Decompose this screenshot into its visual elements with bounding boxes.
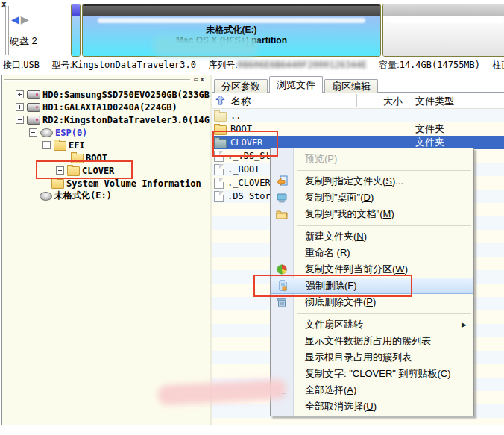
column-header-type[interactable]: 文件类型 — [415, 95, 454, 108]
tree-item-label: EFI — [69, 140, 85, 151]
tree-item-label: System Volume Information — [66, 178, 201, 189]
info-model: 型号:KingstonDataTraveler3.0 — [51, 60, 196, 70]
panel-pin-icon[interactable]: ▭ — [194, 75, 200, 83]
partition-block-small[interactable] — [71, 4, 81, 57]
partition-block-small-header — [72, 4, 80, 16]
diskgenius-window: x ◀▶ 硬盘 2 未格式化(E:) Mac OS X (HFS+) parti… — [0, 0, 504, 435]
hard-disk-icon — [27, 116, 40, 125]
prev-disk-arrow-icon[interactable]: ◀ — [11, 13, 21, 25]
tab-sector-edit[interactable]: 扇区编辑 — [324, 79, 378, 93]
annotation-box-file-clover — [212, 131, 278, 157]
tree-item-label: HD0:SamsungSSD750EVO250GB(233GB) — [42, 90, 210, 100]
info-serial: 序列号:08606E6B6440F2000126344E — [208, 60, 367, 70]
menu-item-copy-to-desktop[interactable]: 复制到"桌面"(D) — [271, 190, 473, 206]
menu-item-preview[interactable]: 预览(P) — [271, 151, 473, 167]
partition-block-main-header — [83, 4, 380, 16]
partition-block-free[interactable] — [382, 4, 504, 57]
documents-folder-icon — [276, 208, 288, 220]
current-disk-label: 硬盘 2 — [10, 34, 37, 48]
partition-name: 未格式化(E:) — [83, 25, 380, 35]
hard-disk-icon — [27, 90, 40, 99]
tree-item-label: HD1:GALAXTA1D0240A(224GB) — [42, 102, 177, 113]
file-icon — [214, 164, 224, 175]
tab-partition-params[interactable]: 分区参数 — [214, 79, 268, 93]
panel-close-icon[interactable]: x — [201, 75, 207, 83]
disk-info-bar: 接口:USB 型号:KingstonDataTraveler3.0 序列号:08… — [3, 59, 504, 72]
partition-block-small-body — [72, 16, 80, 56]
file-icon — [214, 191, 224, 202]
column-header-size[interactable]: 大小 — [356, 95, 403, 108]
censor-blur-partition — [153, 36, 259, 56]
file-type: 文件夹 — [415, 122, 444, 136]
tree-item-hd0[interactable]: HD0:SamsungSSD750EVO250GB(233GB) — [16, 88, 210, 101]
folder-icon — [54, 141, 66, 151]
next-disk-arrow-icon[interactable]: ▶ — [21, 13, 31, 25]
tree-item-efi[interactable]: EFI — [42, 139, 210, 151]
file-name: .DS_Store — [227, 191, 276, 201]
tree-item-label: RD2:KingstonDataTraveler3.0(14GB) — [42, 115, 210, 125]
file-list-header: 名称 大小 文件类型 — [212, 93, 504, 109]
menu-item-copy-text-to-clipboard[interactable]: 复制文字: "CLOVER" 到剪贴板(C) — [271, 366, 473, 382]
menu-separator — [271, 310, 473, 316]
menu-separator — [271, 167, 473, 173]
menu-item-new-folder[interactable]: 新建文件夹(N) — [271, 228, 473, 245]
hard-disk-icon — [27, 103, 40, 112]
expand-plus-icon[interactable] — [16, 103, 24, 111]
tab-browse-files[interactable]: 浏览文件 — [269, 76, 323, 93]
menu-item-show-root-cluster-list[interactable]: 显示根目录占用的簇列表 — [271, 349, 473, 366]
expand-minus-icon[interactable] — [29, 128, 37, 137]
info-interface: 接口:USB — [3, 60, 40, 70]
menu-item-file-sector-jump[interactable]: 文件扇区跳转 ▶ — [271, 316, 473, 333]
menu-item-deselect-all[interactable]: 全部取消选择(U) — [271, 398, 473, 415]
sort-ascending-icon — [215, 95, 225, 105]
file-name: ._CLOVER — [227, 178, 271, 188]
menu-item-copy-to-documents[interactable]: 复制到"我的文档"(M) — [271, 206, 473, 222]
column-header-name[interactable]: 名称 — [231, 95, 251, 108]
folder-up-icon — [214, 112, 227, 122]
tree-item-hd1[interactable]: HD1:GALAXTA1D0240A(224GB) — [16, 101, 210, 113]
toolbar-grip[interactable] — [5, 6, 9, 55]
menu-item-rename[interactable]: 重命名 (R) — [271, 245, 473, 261]
tree-item-label: 未格式化(E:) — [54, 190, 112, 202]
tree-item-unformatted[interactable]: 未格式化(E:) — [40, 190, 210, 202]
file-icon — [214, 178, 224, 189]
tree-item-esp[interactable]: ESP(0) — [29, 126, 210, 139]
shredder-icon — [276, 296, 288, 308]
menu-item-show-file-cluster-list[interactable]: 显示文件数据所占用的簇列表 — [271, 333, 473, 349]
column-divider[interactable] — [409, 94, 409, 107]
expand-minus-icon[interactable] — [16, 116, 24, 124]
expand-minus-icon[interactable] — [42, 141, 51, 149]
tree-item-rd2[interactable]: RD2:KingstonDataTraveler3.0(14GB) — [16, 113, 210, 126]
desktop-monitor-icon — [276, 192, 288, 204]
file-row-updir[interactable]: .. — [212, 109, 504, 122]
partition-tree-panel: ▭x HD0:SamsungSSD750EVO250GB(233GB) HD1:… — [1, 75, 210, 425]
partition-icon — [40, 128, 53, 137]
panel-grip[interactable] — [4, 79, 190, 81]
file-name: .. — [230, 110, 241, 121]
tree-panel-header[interactable]: ▭x — [2, 75, 210, 85]
info-cylinders: 柱面数:1881 — [492, 60, 504, 70]
expand-plus-icon[interactable] — [16, 90, 24, 98]
menu-item-select-all[interactable]: 全部选择(A) — [271, 382, 473, 398]
annotation-box-force-delete — [253, 275, 412, 297]
view-tabs: 分区参数浏览文件扇区编辑 — [212, 75, 504, 93]
submenu-arrow-icon: ▶ — [462, 316, 467, 333]
menu-item-copy-to-folder[interactable]: 复制到指定文件夹(S)... — [271, 173, 473, 190]
annotation-box-tree-clover — [36, 160, 133, 179]
info-capacity: 容量:14.4GB(14755MB) — [379, 60, 480, 70]
partition-icon — [40, 192, 52, 201]
disk-tree: HD0:SamsungSSD750EVO250GB(233GB) HD1:GAL… — [2, 85, 210, 202]
file-name: ._BOOT — [227, 164, 259, 175]
gloss-highlight — [389, 18, 502, 23]
partition-block-free-header — [383, 4, 504, 16]
pie-chart-icon — [276, 263, 288, 275]
partition-block-free-body — [383, 16, 504, 56]
disk-nav: ◀▶ — [11, 13, 31, 25]
copy-to-folder-icon — [276, 175, 288, 187]
menu-separator — [271, 222, 473, 228]
folder-icon — [51, 179, 64, 189]
tree-item-label: ESP(0) — [55, 128, 87, 138]
